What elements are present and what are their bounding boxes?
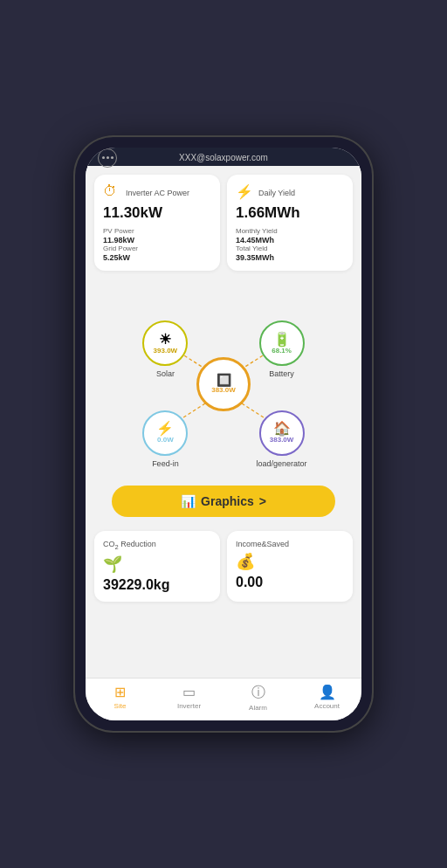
bottom-cards: CO2 Reduction 🌱 39229.0kg Income&Saved 💰… [86,526,361,609]
top-cards: ⏱ Inverter AC Power 11.30kW PV Power 11.… [86,166,361,276]
daily-yield-card: ⚡ Daily Yield 1.66MWh Monthly Yield 14.4… [227,175,353,271]
load-node: 🏠 383.0W load/generator [257,410,307,468]
feedin-node: ⚡ 0.0W Feed-in [142,410,188,468]
feedin-circle: ⚡ 0.0W [142,410,188,456]
inverter-title: Inverter AC Power [126,189,189,197]
bottom-nav: ⊞ Site ▭ Inverter ⓘ Alarm 👤 Account [86,678,361,720]
phone-shell: XXX@solaxpower.com ⏱ Inverter AC Power 1… [75,137,372,731]
center-node: 🔲 383.0W [196,357,251,411]
inverter-center-icon: 🔲 [217,374,231,386]
email-label: XXX@solaxpower.com [179,153,268,162]
inverter-card: ⏱ Inverter AC Power 11.30kW PV Power 11.… [94,175,220,271]
load-circle: 🏠 383.0W [259,410,305,456]
center-value: 383.0W [211,386,236,394]
inverter-nav-icon: ▭ [182,684,196,700]
solar-value: 393.0W [154,347,178,355]
alarm-icon: ⓘ [251,684,265,702]
grid-power-label: Grid Power [103,245,211,252]
total-yield-value: 39.35MWh [236,253,344,262]
total-yield-label: Total Yield [236,245,344,252]
income-value: 0.00 [236,575,344,590]
co2-icon: 🌱 [103,555,211,574]
load-label: load/generator [257,459,307,468]
nav-inverter-label: Inverter [177,702,201,710]
flow-section: ☀ 393.0W Solar 🔋 68.1% Battery [86,276,361,477]
load-value: 383.0W [270,436,294,444]
nav-account[interactable]: 👤 Account [292,684,361,712]
monthly-yield-value: 14.45MWh [236,236,344,245]
center-circle: 🔲 383.0W [196,357,251,411]
battery-value: 68.1% [272,347,292,355]
inverter-main-value: 11.30kW [103,204,211,222]
income-icon: 💰 [236,552,344,571]
nav-site[interactable]: ⊞ Site [86,684,155,712]
solar-circle: ☀ 393.0W [142,320,188,366]
nav-alarm-label: Alarm [249,704,267,712]
menu-dots[interactable] [98,148,117,168]
grid-power-value: 5.25kW [103,253,211,262]
bar-chart-icon: 📊 [181,494,196,508]
yield-icon: ⚡ [236,183,255,203]
main-content: ⏱ Inverter AC Power 11.30kW PV Power 11.… [86,166,361,678]
graphics-label: Graphics [201,494,254,508]
account-icon: 👤 [319,684,336,700]
graphics-button[interactable]: 📊 Graphics > [112,486,335,517]
pv-power-label: PV Power [103,227,211,235]
site-icon: ⊞ [114,684,126,700]
pv-power-value: 11.98kW [103,236,211,245]
nav-alarm[interactable]: ⓘ Alarm [224,684,292,712]
solar-label: Solar [156,369,175,378]
yield-title: Daily Yield [258,189,295,197]
nav-site-label: Site [114,702,127,710]
status-bar: XXX@solaxpower.com [86,148,361,166]
co2-card: CO2 Reduction 🌱 39229.0kg [94,531,220,602]
monthly-yield-label: Monthly Yield [236,227,344,235]
feedin-value: 0.0W [157,436,174,444]
chevron-right-icon: > [259,494,266,508]
income-card: Income&Saved 💰 0.00 [227,531,353,602]
feedin-icon: ⚡ [156,422,174,436]
co2-title: CO2 Reduction [103,540,211,551]
income-title: Income&Saved [236,540,344,548]
load-icon: 🏠 [273,422,291,436]
nav-account-label: Account [314,702,340,710]
solar-icon: ☀ [159,333,171,347]
battery-node: 🔋 68.1% Battery [259,320,305,378]
feedin-label: Feed-in [152,459,179,468]
nav-inverter[interactable]: ▭ Inverter [155,684,224,712]
battery-circle: 🔋 68.1% [259,320,305,366]
flow-canvas: ☀ 393.0W Solar 🔋 68.1% Battery [94,283,353,473]
solar-node: ☀ 393.0W Solar [142,320,188,378]
battery-icon: 🔋 [273,333,291,347]
inverter-icon: ⏱ [103,183,122,203]
phone-screen: XXX@solaxpower.com ⏱ Inverter AC Power 1… [86,148,361,720]
battery-label: Battery [269,369,294,378]
co2-value: 39229.0kg [103,577,211,593]
graphics-btn-wrap: 📊 Graphics > [86,477,361,526]
yield-main-value: 1.66MWh [236,204,344,222]
